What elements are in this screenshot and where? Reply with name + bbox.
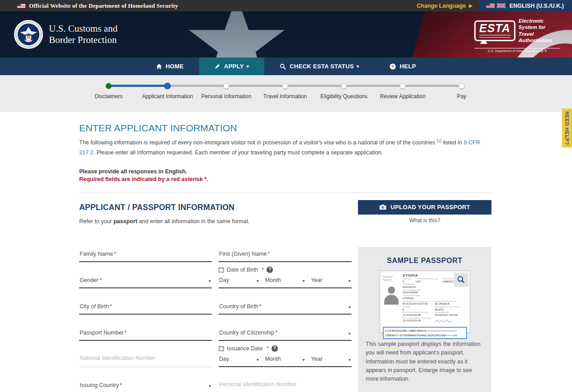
chevron-down-icon: ▾ — [348, 279, 351, 283]
chevron-down-icon: ▾ — [209, 384, 211, 388]
required-fields-note: Required fields are indicated by a red a… — [79, 176, 572, 182]
issuing-country-label: Issuing Country — [80, 382, 119, 388]
chevron-down-icon: ▾ — [357, 64, 359, 69]
step-dot-applicant-information[interactable] — [164, 82, 171, 89]
chevron-down-icon: ▾ — [257, 358, 259, 362]
english-note: Please provide all responses in English. — [79, 168, 572, 175]
intro-paragraph: The following information is required of… — [79, 138, 489, 158]
chevron-down-icon: ▾ — [247, 64, 249, 69]
issuance-date-help-icon[interactable]: ? — [272, 345, 278, 352]
calendar-icon — [219, 346, 224, 351]
city-of-birth-field[interactable]: City of Birth* — [79, 303, 212, 315]
personal-id-input[interactable] — [219, 381, 351, 388]
need-help-tab[interactable]: NEED HELP? — [562, 109, 572, 148]
step-label: Personal Information — [201, 93, 252, 100]
dob-help-icon[interactable]: ? — [267, 267, 273, 273]
nav-help[interactable]: ? HELP — [374, 57, 431, 75]
country-of-citizenship-label: Country of Citizenship — [219, 330, 274, 336]
passport-number-label: Passport Number — [80, 330, 124, 336]
family-name-field[interactable]: Family Name* — [79, 250, 212, 262]
country-of-citizenship-select[interactable]: Country of Citizenship* ▾ — [219, 329, 352, 341]
country-of-birth-select[interactable]: Country of Birth* ▾ — [219, 303, 352, 315]
dob-label: Date of Birth — [227, 267, 258, 273]
first-name-input[interactable] — [270, 250, 351, 257]
site-header: U.S. Customs and Border Protection ESTA … — [0, 11, 572, 57]
step-dot-pay[interactable] — [459, 83, 465, 89]
chevron-down-icon: ▾ — [348, 305, 351, 310]
passport-photo-silhouette — [384, 287, 399, 306]
personal-id-field[interactable] — [219, 381, 352, 392]
dob-month-select[interactable]: Month▾ — [265, 277, 305, 283]
dob-day-select[interactable]: Day▾ — [219, 277, 259, 283]
step-label: Pay — [457, 93, 467, 100]
esta-application-page: Official Website of the Department of Ho… — [0, 0, 572, 392]
date-of-birth-group: Date of Birth* ? Day▾ Month▾ Year▾ — [219, 267, 352, 288]
dob-year-select[interactable]: Year▾ — [311, 277, 351, 283]
nav-check-esta-status[interactable]: CHECK ESTA STATUS ▾ — [264, 57, 374, 75]
uk-flag-icon — [497, 3, 505, 8]
esta-logo: ESTA Electronic System for Travel Author… — [474, 18, 560, 53]
nav-apply[interactable]: APPLY ▾ — [199, 57, 264, 75]
national-id-field[interactable] — [79, 355, 212, 367]
step-dot-eligibility-questions[interactable] — [341, 83, 347, 89]
step-label: Review Application — [380, 93, 426, 100]
arrow-right-icon: ▶ — [469, 3, 472, 8]
sample-passport-title: SAMPLE PASSPORT — [366, 257, 484, 265]
gender-label: Gender — [80, 277, 99, 283]
nav-home[interactable]: HOME — [141, 57, 199, 75]
upload-passport-button[interactable]: UPLOAD YOUR PASSPORT — [358, 200, 491, 215]
question-circle-icon: ? — [390, 63, 396, 70]
chevron-down-icon: ▾ — [257, 279, 259, 283]
step-dot-travel-information[interactable] — [282, 83, 288, 89]
issuance-year-select[interactable]: Year▾ — [311, 356, 351, 362]
enlarge-passport-button[interactable] — [454, 272, 468, 287]
magnifier-icon — [457, 276, 465, 283]
esta-monitor-icon: ESTA — [474, 20, 515, 42]
step-dot-review-application[interactable] — [400, 83, 406, 89]
issuance-date-group: Issuance Date* ? Day▾ Month▾ Year▾ — [219, 345, 352, 367]
step-dot-personal-information[interactable] — [224, 83, 229, 89]
step-label: Disclaimers — [95, 93, 123, 100]
change-language-button[interactable]: Change Language ▶ — [417, 3, 472, 9]
section-subtitle: Refer to your passport and enter all inf… — [79, 218, 352, 225]
chevron-down-icon: ▾ — [302, 358, 305, 362]
chevron-down-icon: ▾ — [209, 279, 211, 283]
calendar-icon — [219, 267, 224, 272]
official-website-text: Official Website of the Department of Ho… — [29, 2, 178, 10]
step-label: Travel Information — [263, 93, 307, 100]
family-name-label: Family Name — [80, 251, 113, 257]
gender-select[interactable]: Gender* ▾ — [79, 277, 212, 288]
family-name-input[interactable] — [116, 250, 211, 257]
chevron-down-icon: ▾ — [302, 279, 305, 283]
issuance-date-label: Issuance Date — [227, 345, 263, 352]
gov-banner: Official Website of the Department of Ho… — [0, 0, 572, 11]
city-of-birth-input[interactable] — [112, 303, 211, 310]
what-is-this-link[interactable]: What is this? — [358, 217, 491, 224]
chevron-down-icon: ▾ — [348, 331, 351, 336]
sample-passport-panel: SAMPLE PASSPORT PasseportPassport UTOPIA — [358, 247, 491, 392]
first-name-field[interactable]: First (Given) Name* — [219, 250, 352, 262]
footnote-link[interactable]: [1] — [437, 139, 441, 143]
issuance-month-select[interactable]: Month▾ — [265, 356, 305, 362]
step-dot-disclaimers[interactable] — [106, 83, 112, 89]
dhs-seal-logo — [14, 19, 43, 49]
passport-mrz: P<UTOERIKSSON<<ANNA<MARIA<<<<<<<<<<<<<<<… — [383, 327, 467, 339]
first-name-label: First (Given) Name — [219, 251, 267, 257]
progress-stepper: Disclaimers Applicant Information Person… — [0, 75, 572, 112]
stepper-track-progress — [109, 85, 167, 87]
home-icon — [156, 63, 162, 69]
svg-text:?: ? — [391, 64, 394, 69]
national-id-input[interactable] — [80, 355, 211, 362]
issuance-day-select[interactable]: Day▾ — [219, 356, 259, 362]
current-language-label: ENGLISH (U.S./U.K.) — [510, 3, 564, 9]
language-selector[interactable]: ENGLISH (U.S./U.K.) — [480, 0, 572, 11]
section-title: APPLICANT / PASSPORT INFORMATION — [79, 203, 352, 212]
step-label: Eligibility Questions — [320, 93, 367, 100]
agency-title: U.S. Customs and Border Protection — [49, 23, 118, 46]
us-flag-icon — [486, 3, 495, 8]
passport-number-input[interactable] — [127, 329, 211, 336]
passport-number-field[interactable]: Passport Number* — [79, 329, 212, 341]
page-title: ENTER APPLICANT INFORMATION — [79, 123, 572, 134]
sample-passport-image: PasseportPassport UTOPIA Type/TypeP Coun… — [380, 271, 470, 333]
issuing-country-select[interactable]: Issuing Country* ▾ — [79, 382, 212, 392]
